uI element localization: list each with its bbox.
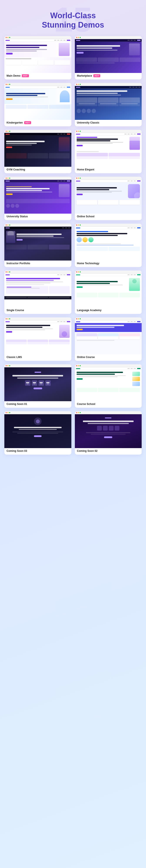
browser-dot-yellow — [78, 271, 79, 273]
browser-dot-yellow — [7, 131, 8, 132]
demo-thumb-gym-coaching — [4, 130, 71, 167]
demo-card-language-academy[interactable]: Language Academy — [75, 271, 142, 314]
demo-card-online-school[interactable]: Online School — [75, 177, 142, 220]
browser-dot-yellow — [78, 131, 79, 132]
hot-badge: HOT — [93, 74, 100, 77]
demo-card-main-demo[interactable]: Main Demo HOT — [4, 36, 71, 80]
preview-nav-links — [127, 40, 136, 40]
demo-label-language-academy: Language Academy — [75, 307, 142, 314]
demo-label-text: Coming Soon 01 — [6, 403, 27, 406]
browser-dot-yellow — [7, 271, 8, 273]
demo-label-text: University Classic — [77, 121, 99, 124]
browser-dot-red — [6, 131, 7, 132]
demo-label-home-technology: Home Technology — [75, 260, 142, 267]
demo-thumb-online-school — [75, 177, 142, 214]
demo-card-home-technology[interactable]: Home Technology — [75, 224, 142, 267]
demo-card-single-course[interactable]: Single Course — [4, 271, 71, 314]
demo-label-coming-soon-03: Coming Soon 03 — [4, 448, 71, 455]
browser-dot-yellow — [7, 365, 8, 366]
browser-dot-red — [76, 37, 77, 38]
browser-dot-green — [80, 224, 81, 225]
demo-label-text: Single Course — [6, 309, 24, 312]
demo-label-gym-coaching: GYM Coaching — [4, 167, 71, 173]
demo-card-marketplace[interactable]: Marketplace HOT — [75, 36, 142, 80]
browser-dot-green — [80, 318, 81, 319]
demo-card-coming-soon-02[interactable]: Coming Soon 02 — [75, 411, 142, 455]
demo-label-online-course: Online Course — [75, 354, 142, 361]
demo-label-text: University Status — [6, 215, 28, 218]
browser-dot-green — [80, 37, 81, 38]
browser-dot-yellow — [7, 37, 8, 38]
demo-thumb-university-status — [4, 177, 71, 214]
browser-dot-green — [80, 412, 81, 413]
demo-thumb-marketplace — [75, 36, 142, 73]
demo-label-text: Language Academy — [77, 309, 102, 312]
demo-thumb-main-demo — [4, 36, 71, 73]
browser-dot-red — [76, 178, 77, 179]
browser-dot-red — [6, 178, 7, 179]
demo-thumb-university-classic — [75, 83, 142, 120]
hot-badge: HOT — [22, 74, 29, 77]
demo-card-gym-coaching[interactable]: GYM Coaching — [4, 130, 71, 173]
demo-label-text: Instructor Portfolio — [6, 262, 30, 265]
demo-card-university-status[interactable]: University Status — [4, 177, 71, 220]
demo-label-course-school: Course School — [75, 401, 142, 408]
hot-badge: HOT — [24, 121, 31, 124]
browser-dot-red — [76, 318, 77, 319]
demo-card-coming-soon-01[interactable]: Coming Soon 01 — [4, 364, 71, 408]
demo-label-text: Classic LMS — [6, 355, 22, 359]
demo-label-main-demo: Main Demo HOT — [4, 73, 71, 80]
browser-dot-yellow — [7, 412, 8, 413]
header-section: 15 World-Class Stunning Demos — [4, 4, 142, 34]
demo-card-coming-soon-03[interactable]: Coming Soon 03 — [4, 411, 71, 455]
demo-card-kindergarten[interactable]: Kindergarten HOT — [4, 83, 71, 126]
browser-dot-red — [6, 271, 7, 273]
preview-logo — [5, 134, 10, 134]
preview-nav-btn — [67, 40, 70, 41]
preview-nav-links — [124, 134, 136, 134]
demo-card-instructor-portfolio[interactable]: Instructor Portfolio — [4, 224, 71, 267]
demo-thumb-coming-soon-02 — [75, 411, 142, 448]
browser-dot-yellow — [78, 37, 79, 38]
demo-label-university-classic: University Classic — [75, 120, 142, 126]
demo-thumb-instructor-portfolio — [4, 224, 71, 260]
demo-label-coming-soon-02: Coming Soon 02 — [75, 448, 142, 455]
browser-dot-red — [76, 412, 77, 413]
browser-dot-green — [80, 178, 81, 179]
demo-card-online-course[interactable]: Online Course — [75, 317, 142, 361]
browser-dot-yellow — [78, 178, 79, 179]
browser-dot-yellow — [7, 84, 8, 85]
demo-card-course-school[interactable]: Course School — [75, 364, 142, 408]
demo-label-kindergarten: Kindergarten HOT — [4, 120, 71, 126]
browser-dot-yellow — [78, 224, 79, 225]
browser-dot-red — [6, 84, 7, 85]
browser-dot-yellow — [78, 84, 79, 85]
browser-dot-red — [6, 412, 7, 413]
browser-dot-yellow — [78, 365, 79, 366]
demo-thumb-home-elegant — [75, 130, 142, 167]
demo-thumb-single-course — [4, 271, 71, 307]
browser-dot-green — [9, 271, 10, 273]
browser-dot-green — [9, 84, 10, 85]
browser-dot-green — [9, 318, 10, 319]
demo-card-home-elegant[interactable]: Home Elegant — [75, 130, 142, 173]
preview-nav-btn — [67, 87, 70, 88]
demo-card-university-classic[interactable]: University Classic — [75, 83, 142, 126]
demos-grid: Main Demo HOT — [4, 34, 142, 459]
demo-label-text: Course School — [77, 403, 96, 406]
demo-label-text: Coming Soon 02 — [77, 450, 98, 453]
demo-label-online-school: Online School — [75, 214, 142, 220]
demo-thumb-home-technology — [75, 224, 142, 260]
demo-label-text: GYM Coaching — [6, 168, 25, 171]
preview-logo — [76, 134, 80, 134]
browser-dot-yellow — [78, 318, 79, 319]
preview-logo — [5, 40, 10, 41]
demo-label-text: Online School — [77, 215, 95, 218]
browser-dot-green — [9, 365, 10, 366]
demo-label-single-course: Single Course — [4, 307, 71, 314]
browser-dot-red — [76, 84, 77, 85]
demo-label-text: Home Technology — [77, 262, 99, 265]
demo-label-text: Main Demo — [6, 74, 21, 77]
browser-dot-yellow — [78, 412, 79, 413]
demo-card-classic-lms[interactable]: Classic LMS — [4, 317, 71, 361]
